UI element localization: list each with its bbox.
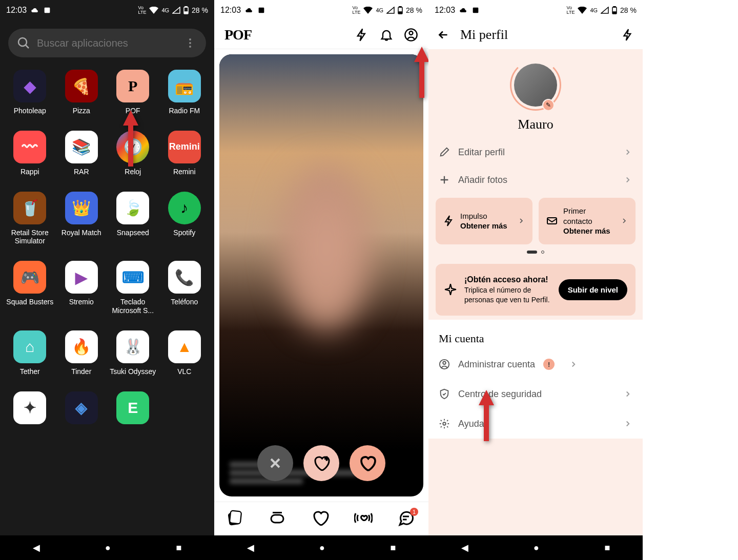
nav-home[interactable]: ●: [105, 543, 111, 553]
app-vlc[interactable]: ▲VLC: [161, 330, 209, 376]
app-rar[interactable]: 📚RAR: [58, 131, 106, 176]
profile-icon[interactable]: [404, 28, 418, 42]
app-tether[interactable]: ⌂Tether: [6, 330, 54, 376]
nav-home[interactable]: ●: [319, 543, 325, 553]
plus-icon: [439, 174, 450, 185]
notification-bell-icon[interactable]: [379, 28, 394, 42]
app-squad-busters[interactable]: 🎮Squad Busters: [6, 261, 54, 315]
svg-rect-18: [547, 218, 557, 224]
nav-messages[interactable]: 1: [397, 509, 417, 529]
wifi-icon: [149, 7, 158, 14]
chevron-right-icon: [623, 148, 632, 157]
app-remini[interactable]: ReminiRemini: [161, 131, 209, 176]
app-radio-fm[interactable]: 📻Radio FM: [161, 70, 209, 115]
page-dot-active[interactable]: [527, 251, 537, 254]
status-time: 12:03: [220, 6, 241, 15]
svg-point-21: [443, 422, 446, 425]
app-reloj[interactable]: 🕐Reloj: [109, 131, 157, 176]
profile-header: Mi perfil: [428, 20, 643, 49]
app-snapseed[interactable]: 🍃Snapseed: [109, 192, 157, 246]
search-bar[interactable]: [8, 29, 206, 57]
cloud-icon: [245, 6, 253, 14]
app-retail-store[interactable]: 🥤Retail Store Simulator: [6, 192, 54, 246]
profile-card[interactable]: [219, 54, 423, 496]
svg-rect-5: [259, 8, 264, 13]
manage-account-row[interactable]: Administrar cuenta !: [428, 349, 643, 379]
page-dot-inactive[interactable]: [541, 251, 544, 254]
chevron-right-icon: [569, 360, 578, 369]
app-grid: ◆Photoleap 🍕Pizza PPOF 📻Radio FM 〰Rappi …: [0, 66, 214, 535]
app-extra2[interactable]: ◈: [58, 391, 106, 424]
boost-icon[interactable]: [355, 28, 369, 42]
app-tsuki[interactable]: 🐰Tsuki Odyssey: [109, 330, 157, 376]
like-button[interactable]: [350, 445, 385, 481]
promo-first-contact[interactable]: Primer contactoObtener más: [539, 198, 636, 244]
gear-icon: [439, 418, 450, 429]
battery-icon: [612, 6, 617, 14]
nav-live[interactable]: [354, 509, 375, 529]
avatar-edit-badge[interactable]: ✎: [542, 99, 555, 111]
android-nav: ◀ ● ■: [0, 535, 214, 560]
add-photos-row[interactable]: Añadir fotos: [428, 166, 643, 194]
page-title: Mi perfil: [460, 27, 611, 43]
svg-point-10: [409, 31, 413, 35]
app-royal-match[interactable]: 👑Royal Match: [58, 192, 106, 246]
promo-boost[interactable]: ImpulsoObtener más: [436, 198, 532, 244]
nav-back[interactable]: ◀: [247, 542, 254, 553]
notification-icon: [471, 6, 480, 14]
svg-rect-8: [399, 12, 402, 13]
app-tinder[interactable]: 🔥Tinder: [58, 330, 106, 376]
profile-content: ✎ Mauro Editar perfil Añadir fotos Impul…: [428, 49, 643, 535]
notification-icon: [43, 6, 51, 14]
nav-recent[interactable]: ■: [176, 543, 181, 553]
alert-badge: !: [543, 359, 555, 370]
sparkle-icon: [444, 283, 457, 296]
search-menu-icon[interactable]: [182, 35, 198, 51]
app-rappi[interactable]: 〰Rappi: [6, 131, 54, 176]
nav-stack[interactable]: [268, 509, 289, 529]
volte-icon: VoLTE: [567, 6, 575, 15]
app-pof[interactable]: PPOF: [109, 70, 157, 115]
signal-icon: [386, 7, 395, 14]
signal-icon: [172, 7, 180, 14]
bottom-nav: 1: [214, 502, 428, 535]
app-telefono[interactable]: 📞Teléfono: [161, 261, 209, 315]
upgrade-button[interactable]: Subir de nivel: [559, 279, 627, 300]
avatar-ring[interactable]: ✎: [510, 59, 561, 111]
search-input[interactable]: [37, 37, 176, 49]
chevron-right-icon: [517, 217, 525, 225]
cloud-icon: [31, 6, 39, 14]
nav-cards[interactable]: [225, 509, 246, 529]
nav-home[interactable]: ●: [534, 543, 539, 553]
security-center-row[interactable]: Centro de seguridad: [428, 379, 643, 409]
section-account-title: Mi cuenta: [428, 320, 643, 349]
nav-back[interactable]: ◀: [33, 542, 40, 553]
boost-icon[interactable]: [621, 28, 634, 42]
back-arrow-icon[interactable]: [437, 28, 450, 42]
chevron-right-icon: [623, 389, 632, 399]
network-badge: 4G: [590, 7, 598, 13]
upgrade-card: ¡Obtén acceso ahora! Triplica el número …: [436, 264, 636, 316]
svg-rect-0: [45, 8, 50, 13]
app-pizza[interactable]: 🍕Pizza: [58, 70, 106, 115]
chevron-right-icon: [623, 175, 632, 184]
app-extra3[interactable]: E: [109, 391, 157, 424]
app-extra1[interactable]: ✦: [6, 391, 54, 424]
nav-recent[interactable]: ■: [390, 543, 396, 553]
nav-recent[interactable]: ■: [604, 543, 610, 553]
signal-icon: [601, 7, 609, 14]
help-row[interactable]: Ayuda: [428, 409, 643, 439]
nav-likes[interactable]: [311, 509, 332, 529]
edit-profile-row[interactable]: Editar perfil: [428, 138, 643, 166]
user-name: Mauro: [518, 117, 553, 132]
app-stremio[interactable]: ▶Stremio: [58, 261, 106, 315]
volte-icon: VoLTE: [138, 6, 147, 15]
app-teclado[interactable]: ⌨Teclado Microsoft S...: [109, 261, 157, 315]
battery-icon: [183, 6, 189, 14]
nav-back[interactable]: ◀: [461, 542, 468, 553]
app-spotify[interactable]: ♪Spotify: [161, 192, 209, 246]
superlike-button[interactable]: [303, 445, 339, 481]
app-photoleap[interactable]: ◆Photoleap: [6, 70, 54, 115]
svg-rect-16: [613, 6, 616, 7]
dismiss-button[interactable]: [257, 445, 293, 481]
